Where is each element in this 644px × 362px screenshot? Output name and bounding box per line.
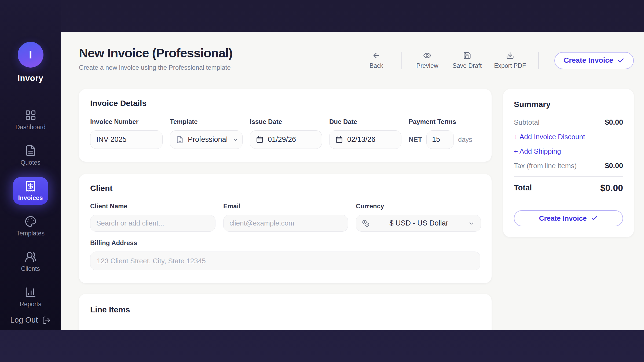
summary-divider — [514, 176, 623, 177]
sidebar: I Invory Dashboard Quotes Invoices Templ — [0, 0, 61, 330]
billing-address-input[interactable] — [97, 257, 474, 265]
create-invoice-label: Create Invoice — [564, 56, 613, 65]
page-title: New Invoice (Professional) — [79, 46, 232, 61]
line-items-heading: Line Items — [90, 305, 480, 314]
issue-date-field[interactable]: 01/29/26 — [250, 130, 322, 149]
invoice-details-card: Invoice Details Invoice Number Template — [79, 89, 492, 162]
palette-icon — [25, 216, 36, 227]
invoice-number-field — [90, 130, 163, 149]
users-icon — [25, 251, 36, 263]
subtotal-value: $0.00 — [605, 118, 623, 127]
currency-select[interactable]: $ USD - US Dollar — [356, 215, 481, 232]
preview-label: Preview — [416, 62, 438, 69]
invoice-number-label: Invoice Number — [90, 118, 163, 125]
receipt-icon — [25, 180, 36, 192]
app-logo: I — [18, 42, 43, 68]
sidebar-item-invoices[interactable]: Invoices — [13, 177, 48, 205]
payment-terms-field — [426, 130, 454, 149]
invoice-number-input[interactable] — [96, 135, 156, 144]
export-pdf-button[interactable]: Export PDF — [494, 51, 526, 69]
preview-button[interactable]: Preview — [414, 51, 440, 69]
add-shipping-link[interactable]: + Add Shipping — [514, 146, 623, 156]
due-date-field[interactable]: 02/13/26 — [329, 130, 401, 149]
invoice-details-heading: Invoice Details — [90, 99, 480, 108]
payment-terms-controls: NET days — [409, 130, 480, 149]
client-name-field — [90, 215, 215, 232]
download-icon — [506, 51, 514, 60]
chevron-down-icon — [468, 220, 475, 227]
template-group: Template Professional — [170, 118, 243, 149]
sidebar-item-dashboard[interactable]: Dashboard — [9, 102, 52, 138]
sidebar-item-label: Dashboard — [15, 124, 46, 131]
save-icon — [463, 51, 471, 60]
sidebar-item-label: Templates — [16, 230, 45, 237]
client-name-input[interactable] — [96, 219, 209, 227]
summary-card: Summary Subtotal $0.00 + Add Invoice Dis… — [503, 89, 634, 237]
content: Invoice Details Invoice Number Template — [79, 89, 634, 330]
total-row: Total $0.00 — [514, 183, 623, 193]
export-pdf-label: Export PDF — [494, 62, 526, 69]
main-panel: New Invoice (Professional) Create a new … — [61, 32, 644, 330]
file-text-icon — [176, 136, 184, 143]
create-invoice-button-top[interactable]: Create Invoice — [554, 52, 634, 69]
chevron-down-icon — [232, 136, 239, 143]
subtotal-label: Subtotal — [514, 118, 539, 127]
sidebar-item-clients[interactable]: Clients — [9, 244, 52, 279]
client-heading: Client — [90, 184, 480, 193]
net-prefix: NET — [409, 136, 422, 143]
sidebar-item-label: Reports — [20, 301, 41, 308]
page-header: New Invoice (Professional) Create a new … — [79, 46, 634, 71]
due-date-value: 02/13/26 — [347, 135, 375, 144]
payment-terms-label: Payment Terms — [409, 118, 480, 125]
logout-button[interactable]: Log Out — [0, 316, 61, 324]
create-invoice-button-summary[interactable]: Create Invoice — [514, 210, 623, 226]
sidebar-item-reports[interactable]: Reports — [9, 279, 52, 315]
billing-address-field — [90, 252, 480, 270]
sidebar-nav: Dashboard Quotes Invoices Templates Clie… — [0, 102, 61, 315]
app-logo-letter: I — [29, 48, 32, 61]
currency-value: $ USD - US Dollar — [374, 219, 464, 227]
add-invoice-discount-link[interactable]: + Add Invoice Discount — [514, 132, 623, 142]
dashboard-icon — [25, 109, 36, 121]
due-date-label: Due Date — [329, 118, 401, 125]
page-subtitle: Create a new invoice using the Professio… — [79, 64, 232, 71]
sidebar-item-templates[interactable]: Templates — [9, 209, 52, 244]
subtotal-row: Subtotal $0.00 — [514, 117, 623, 127]
check-icon — [617, 57, 624, 64]
due-date-group: Due Date 02/13/26 — [329, 118, 401, 149]
logout-label: Log Out — [10, 316, 38, 324]
create-invoice-label: Create Invoice — [539, 214, 587, 223]
summary-column: Summary Subtotal $0.00 + Add Invoice Dis… — [503, 89, 634, 237]
email-field — [223, 215, 348, 232]
issue-date-label: Issue Date — [250, 118, 322, 125]
template-value: Professional — [188, 135, 228, 144]
tax-label: Tax (from line items) — [514, 162, 577, 170]
app-name: Invory — [17, 73, 43, 83]
currency-group: Currency $ USD - US Dollar — [356, 202, 481, 232]
summary-heading: Summary — [514, 100, 623, 109]
sidebar-item-label: Invoices — [18, 194, 43, 202]
back-button[interactable]: Back — [363, 51, 389, 69]
check-icon — [591, 215, 598, 222]
tax-value: $0.00 — [605, 162, 623, 170]
sidebar-item-quotes[interactable]: Quotes — [9, 138, 52, 173]
page-titles: New Invoice (Professional) Create a new … — [79, 46, 232, 71]
client-name-label: Client Name — [90, 202, 215, 210]
logout-icon — [42, 316, 51, 324]
coins-icon — [362, 220, 369, 227]
calendar-icon — [256, 136, 264, 143]
payment-terms-group: Payment Terms NET days — [409, 118, 480, 149]
invoice-number-group: Invoice Number — [90, 118, 163, 149]
billing-address-label: Billing Address — [90, 239, 480, 247]
save-draft-button[interactable]: Save Draft — [452, 51, 482, 69]
template-select[interactable]: Professional — [170, 130, 243, 149]
sidebar-item-label: Quotes — [20, 159, 40, 166]
file-text-icon — [25, 145, 36, 157]
payment-terms-input[interactable] — [432, 135, 448, 144]
client-card: Client Client Name Email — [79, 174, 492, 283]
email-group: Email — [223, 202, 348, 232]
back-label: Back — [369, 62, 383, 69]
email-input[interactable] — [229, 219, 342, 227]
total-value: $0.00 — [600, 183, 623, 193]
template-label: Template — [170, 118, 243, 125]
